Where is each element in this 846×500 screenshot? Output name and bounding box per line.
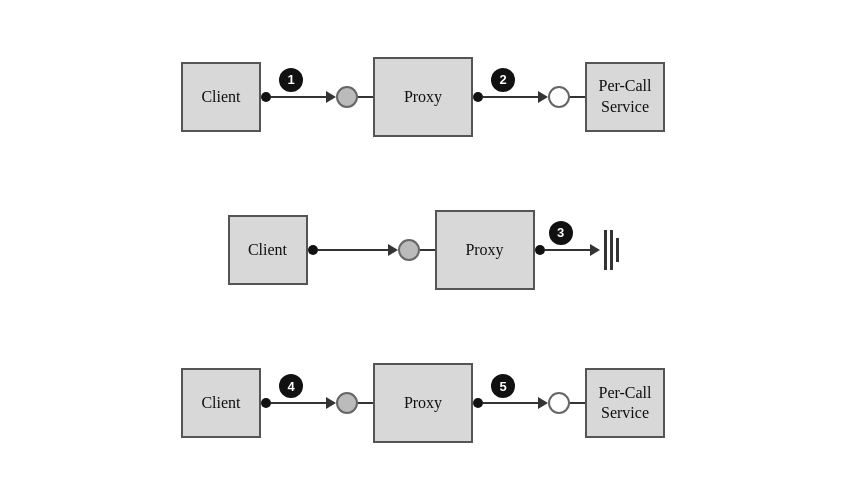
output-dot-3 [261, 398, 271, 408]
line-1a [271, 96, 326, 98]
badge-2: 2 [491, 68, 515, 92]
proxy-box-2: Proxy [435, 210, 535, 290]
barrier-bar-1 [604, 230, 607, 270]
service-box-1: Per-CallService [585, 62, 665, 132]
output-dot-2 [308, 245, 318, 255]
line-2c [545, 249, 590, 251]
lollipop-white-3 [548, 392, 570, 414]
client-box-1: Client [181, 62, 261, 132]
arrow-1b [538, 91, 548, 103]
output-dot-2b [535, 245, 545, 255]
service-label-1: Per-CallService [599, 76, 652, 118]
proxy-label-2: Proxy [465, 241, 503, 259]
output-dot-3b [473, 398, 483, 408]
client-label-3: Client [201, 394, 240, 412]
client-box-3: Client [181, 368, 261, 438]
badge-3: 3 [549, 221, 573, 245]
proxy-label-3: Proxy [404, 394, 442, 412]
row-1: Client 1 Proxy 2 [30, 42, 816, 152]
row-3: Client 4 Proxy 5 [30, 348, 816, 458]
proxy-label-1: Proxy [404, 88, 442, 106]
proxy-box-1: Proxy [373, 57, 473, 137]
line-2b [420, 249, 435, 251]
line-3c [483, 402, 538, 404]
barrier-bar-2 [610, 230, 613, 270]
client-label-2: Client [248, 241, 287, 259]
badge-1: 1 [279, 68, 303, 92]
client-box-2: Client [228, 215, 308, 285]
badge-5: 5 [491, 374, 515, 398]
barrier [604, 230, 619, 270]
service-box-3: Per-CallService [585, 368, 665, 438]
lollipop-gray-2 [398, 239, 420, 261]
arrow-3a [326, 397, 336, 409]
arrow-3b [538, 397, 548, 409]
client-label-1: Client [201, 88, 240, 106]
line-1c [483, 96, 538, 98]
arrow-2b [590, 244, 600, 256]
output-dot-1b [473, 92, 483, 102]
output-dot-1 [261, 92, 271, 102]
lollipop-white-1 [548, 86, 570, 108]
line-2a [318, 249, 388, 251]
line-3b [358, 402, 373, 404]
line-1b [358, 96, 373, 98]
lollipop-gray-3 [336, 392, 358, 414]
arrow-2a [388, 244, 398, 256]
line-3d [570, 402, 585, 404]
barrier-bar-3 [616, 238, 619, 262]
badge-4: 4 [279, 374, 303, 398]
service-label-3: Per-CallService [599, 383, 652, 425]
arrow-1a [326, 91, 336, 103]
line-1d [570, 96, 585, 98]
row-2: Client Proxy 3 [30, 195, 816, 305]
diagram-container: Client 1 Proxy 2 [0, 0, 846, 500]
proxy-box-3: Proxy [373, 363, 473, 443]
lollipop-gray-1 [336, 86, 358, 108]
line-3a [271, 402, 326, 404]
